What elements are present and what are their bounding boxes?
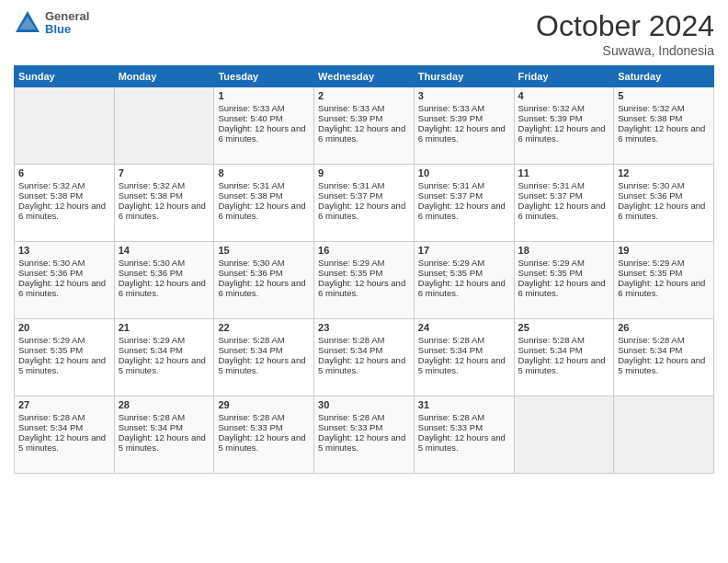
- calendar-cell: [114, 87, 214, 165]
- day-number: 12: [618, 167, 710, 178]
- daylight: Daylight: 12 hours and 5 minutes.: [18, 432, 106, 453]
- sunrise: Sunrise: 5:31 AM: [518, 180, 585, 190]
- daylight: Daylight: 12 hours and 6 minutes.: [618, 278, 705, 298]
- daylight: Daylight: 12 hours and 6 minutes.: [518, 123, 606, 144]
- calendar-cell: 5Sunrise: 5:32 AMSunset: 5:38 PMDaylight…: [614, 87, 714, 165]
- calendar-cell: 19Sunrise: 5:29 AMSunset: 5:35 PMDayligh…: [614, 242, 714, 319]
- calendar-cell: 24Sunrise: 5:28 AMSunset: 5:34 PMDayligh…: [414, 319, 514, 396]
- sunset: Sunset: 5:39 PM: [418, 113, 483, 123]
- sunset: Sunset: 5:38 PM: [618, 113, 682, 123]
- sunrise: Sunrise: 5:31 AM: [418, 180, 484, 190]
- daylight: Daylight: 12 hours and 6 minutes.: [318, 123, 405, 144]
- day-number: 26: [618, 322, 710, 333]
- day-number: 3: [418, 90, 510, 101]
- logo: General Blue: [14, 9, 89, 37]
- sunrise: Sunrise: 5:29 AM: [418, 258, 484, 268]
- sunset: Sunset: 5:34 PM: [418, 345, 483, 355]
- day-number: 2: [318, 90, 410, 101]
- sunset: Sunset: 5:35 PM: [318, 268, 382, 278]
- daylight: Daylight: 12 hours and 6 minutes.: [18, 201, 106, 221]
- calendar-cell: 1Sunrise: 5:33 AMSunset: 5:40 PMDaylight…: [214, 87, 314, 165]
- calendar-cell: 20Sunrise: 5:29 AMSunset: 5:35 PMDayligh…: [15, 319, 115, 396]
- day-header: Wednesday: [314, 66, 415, 87]
- day-number: 11: [518, 167, 610, 178]
- calendar-cell: [15, 87, 115, 165]
- daylight: Daylight: 12 hours and 6 minutes.: [618, 201, 705, 221]
- day-number: 28: [119, 399, 210, 410]
- sunset: Sunset: 5:36 PM: [119, 268, 183, 278]
- sunrise: Sunrise: 5:33 AM: [418, 103, 484, 113]
- calendar-week: 6Sunrise: 5:32 AMSunset: 5:38 PMDaylight…: [15, 165, 714, 242]
- daylight: Daylight: 12 hours and 6 minutes.: [618, 123, 705, 144]
- calendar-cell: [614, 396, 714, 474]
- sunset: Sunset: 5:35 PM: [418, 268, 483, 278]
- daylight: Daylight: 12 hours and 5 minutes.: [418, 355, 506, 375]
- sunrise: Sunrise: 5:32 AM: [518, 103, 585, 113]
- sunrise: Sunrise: 5:28 AM: [618, 335, 684, 345]
- day-number: 22: [218, 322, 310, 333]
- calendar-cell: [514, 396, 614, 474]
- sunrise: Sunrise: 5:28 AM: [518, 335, 585, 345]
- day-number: 20: [18, 322, 110, 333]
- daylight: Daylight: 12 hours and 6 minutes.: [518, 278, 606, 298]
- sunset: Sunset: 5:38 PM: [218, 190, 282, 201]
- calendar-cell: 7Sunrise: 5:32 AMSunset: 5:38 PMDaylight…: [114, 165, 214, 242]
- day-header: Tuesday: [214, 66, 314, 87]
- sunset: Sunset: 5:34 PM: [518, 345, 583, 355]
- calendar-cell: 3Sunrise: 5:33 AMSunset: 5:39 PMDaylight…: [414, 87, 514, 165]
- sunrise: Sunrise: 5:30 AM: [18, 258, 85, 268]
- sunrise: Sunrise: 5:29 AM: [18, 335, 85, 345]
- daylight: Daylight: 12 hours and 6 minutes.: [18, 278, 106, 298]
- sunrise: Sunrise: 5:28 AM: [119, 412, 185, 422]
- day-number: 6: [18, 167, 110, 178]
- sunrise: Sunrise: 5:31 AM: [218, 180, 284, 190]
- logo-general: General: [45, 10, 89, 23]
- day-number: 14: [119, 245, 210, 256]
- daylight: Daylight: 12 hours and 5 minutes.: [218, 355, 305, 375]
- daylight: Daylight: 12 hours and 6 minutes.: [318, 278, 405, 298]
- day-number: 23: [318, 322, 410, 333]
- daylight: Daylight: 12 hours and 5 minutes.: [618, 355, 705, 375]
- sunset: Sunset: 5:33 PM: [418, 422, 483, 432]
- day-number: 8: [218, 167, 310, 178]
- day-number: 13: [18, 245, 110, 256]
- calendar-cell: 23Sunrise: 5:28 AMSunset: 5:34 PMDayligh…: [314, 319, 415, 396]
- header-row: SundayMondayTuesdayWednesdayThursdayFrid…: [15, 66, 714, 87]
- sunrise: Sunrise: 5:33 AM: [318, 103, 384, 113]
- sunrise: Sunrise: 5:29 AM: [119, 335, 185, 345]
- location: Suwawa, Indonesia: [536, 43, 714, 58]
- day-number: 15: [218, 245, 310, 256]
- sunset: Sunset: 5:35 PM: [618, 268, 682, 278]
- sunset: Sunset: 5:34 PM: [18, 422, 83, 432]
- sunset: Sunset: 5:38 PM: [119, 190, 183, 201]
- day-number: 7: [119, 167, 210, 178]
- sunset: Sunset: 5:39 PM: [518, 113, 583, 123]
- sunrise: Sunrise: 5:32 AM: [119, 180, 185, 190]
- sunrise: Sunrise: 5:28 AM: [318, 412, 384, 422]
- calendar-cell: 22Sunrise: 5:28 AMSunset: 5:34 PMDayligh…: [214, 319, 314, 396]
- calendar-cell: 27Sunrise: 5:28 AMSunset: 5:34 PMDayligh…: [15, 396, 115, 474]
- day-number: 10: [418, 167, 510, 178]
- logo-blue: Blue: [45, 23, 89, 36]
- sunset: Sunset: 5:36 PM: [618, 190, 682, 201]
- calendar-cell: 21Sunrise: 5:29 AMSunset: 5:34 PMDayligh…: [114, 319, 214, 396]
- calendar-cell: 30Sunrise: 5:28 AMSunset: 5:33 PMDayligh…: [314, 396, 415, 474]
- day-header: Friday: [514, 66, 614, 87]
- sunset: Sunset: 5:33 PM: [218, 422, 282, 432]
- daylight: Daylight: 12 hours and 6 minutes.: [218, 201, 305, 221]
- calendar-week: 1Sunrise: 5:33 AMSunset: 5:40 PMDaylight…: [15, 87, 714, 165]
- calendar-cell: 26Sunrise: 5:28 AMSunset: 5:34 PMDayligh…: [614, 319, 714, 396]
- calendar-cell: 28Sunrise: 5:28 AMSunset: 5:34 PMDayligh…: [114, 396, 214, 474]
- day-number: 24: [418, 322, 510, 333]
- sunrise: Sunrise: 5:28 AM: [418, 335, 484, 345]
- sunrise: Sunrise: 5:28 AM: [418, 412, 484, 422]
- sunrise: Sunrise: 5:29 AM: [618, 258, 684, 268]
- calendar-cell: 11Sunrise: 5:31 AMSunset: 5:37 PMDayligh…: [514, 165, 614, 242]
- daylight: Daylight: 12 hours and 6 minutes.: [518, 201, 606, 221]
- daylight: Daylight: 12 hours and 6 minutes.: [218, 278, 305, 298]
- calendar-week: 13Sunrise: 5:30 AMSunset: 5:36 PMDayligh…: [15, 242, 714, 319]
- sunrise: Sunrise: 5:29 AM: [518, 258, 585, 268]
- daylight: Daylight: 12 hours and 5 minutes.: [18, 355, 106, 375]
- title-area: October 2024 Suwawa, Indonesia: [536, 9, 714, 58]
- sunrise: Sunrise: 5:31 AM: [318, 180, 384, 190]
